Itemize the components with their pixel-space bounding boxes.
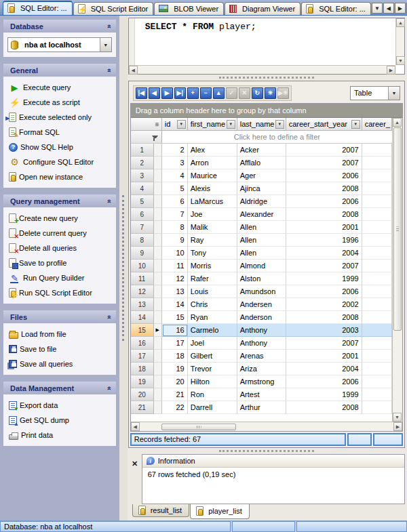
result-info-splitter[interactable] xyxy=(128,448,405,454)
cell-career-start-year[interactable]: 2003 xyxy=(286,324,362,337)
cell-career[interactable] xyxy=(362,182,392,195)
cell-last-name[interactable]: Arenas xyxy=(237,350,286,363)
edit-record-button[interactable]: ▲ xyxy=(213,87,225,99)
filter-hint[interactable]: Click here to define a filter xyxy=(162,131,392,143)
sidebar-item-print-data[interactable]: Print data xyxy=(6,428,115,443)
cell-first-name[interactable]: Louis xyxy=(188,285,237,298)
tab-sql-editor-1[interactable]: SQL Editor: ... xyxy=(3,1,73,15)
cell-first-name[interactable]: Trevor xyxy=(188,363,237,375)
editor-result-splitter[interactable] xyxy=(128,75,405,81)
cell-id[interactable]: 13 xyxy=(162,285,188,298)
cell-career-start-year[interactable]: 2006 xyxy=(286,375,362,388)
cell-first-name[interactable]: Chris xyxy=(188,298,237,311)
cell-first-name[interactable]: Darrell xyxy=(188,401,237,414)
table-row[interactable]: 1819TrevorAriza2004 xyxy=(131,363,392,375)
cell-career[interactable] xyxy=(362,285,392,298)
row-header[interactable]: 3 xyxy=(131,169,154,182)
cell-last-name[interactable]: Alexander xyxy=(237,208,286,221)
cell-last-name[interactable]: Amundson xyxy=(237,285,286,298)
table-row[interactable]: 2021RonArtest1999 xyxy=(131,388,392,401)
collapse-chevron-icon[interactable]: » xyxy=(104,68,113,72)
table-row[interactable]: 1718GilbertArenas2001 xyxy=(131,350,392,363)
cell-career[interactable] xyxy=(362,208,392,221)
cell-last-name[interactable]: Almond xyxy=(237,260,286,272)
cell-first-name[interactable]: Ray xyxy=(188,234,237,247)
table-row[interactable]: 1213LouisAmundson2006 xyxy=(131,285,392,298)
cell-career-start-year[interactable]: 2004 xyxy=(286,363,362,375)
table-row[interactable]: 89RayAllen1996 xyxy=(131,234,392,247)
cell-last-name[interactable]: Ager xyxy=(237,169,286,182)
cell-career-start-year[interactable]: 2007 xyxy=(286,157,362,169)
row-header[interactable]: 21 xyxy=(131,401,154,414)
cell-career[interactable] xyxy=(362,298,392,311)
column-header-career[interactable]: career_ xyxy=(362,118,392,131)
cell-id[interactable]: 2 xyxy=(162,144,188,157)
cell-id[interactable]: 21 xyxy=(162,388,188,401)
cell-first-name[interactable]: Rafer xyxy=(188,272,237,285)
cell-career-start-year[interactable]: 2004 xyxy=(286,247,362,260)
editor-vertical-scrollbar[interactable]: ▲ ▼ xyxy=(395,18,404,65)
cell-career[interactable] xyxy=(362,272,392,285)
row-header[interactable]: 5 xyxy=(131,195,154,208)
sidebar-item-get-sql-dump[interactable]: Get SQL dump xyxy=(6,413,115,428)
tab-blob-viewer[interactable]: BLOB Viewer xyxy=(154,2,224,15)
cell-id[interactable]: 4 xyxy=(162,169,188,182)
row-header[interactable]: 18 xyxy=(131,363,154,375)
cell-id[interactable]: 19 xyxy=(162,363,188,375)
table-row[interactable]: 1314ChrisAndersen2002 xyxy=(131,298,392,311)
cell-career[interactable] xyxy=(362,195,392,208)
cell-id[interactable]: 8 xyxy=(162,221,188,234)
cell-career-start-year[interactable]: 1999 xyxy=(286,272,362,285)
cell-id[interactable]: 18 xyxy=(162,350,188,363)
cell-career-start-year[interactable]: 2007 xyxy=(286,337,362,350)
cell-id[interactable]: 17 xyxy=(162,337,188,350)
cell-last-name[interactable]: Allen xyxy=(237,234,286,247)
row-header[interactable]: 4 xyxy=(131,182,154,195)
cell-last-name[interactable]: Afflalo xyxy=(237,157,286,169)
cell-last-name[interactable]: Alston xyxy=(237,272,286,285)
cell-id[interactable]: 9 xyxy=(162,234,188,247)
sidebar-item-export-data[interactable]: Export data xyxy=(6,398,115,413)
sidebar-item-save-all-queries[interactable]: Save all queries xyxy=(6,356,115,371)
cell-id[interactable]: 12 xyxy=(162,272,188,285)
table-row[interactable]: 23ArronAfflalo2007 xyxy=(131,157,392,169)
column-dropdown-button[interactable]: ▼ xyxy=(177,120,186,129)
cell-first-name[interactable]: Malik xyxy=(188,221,237,234)
table-row[interactable]: 45AlexisAjinca2008 xyxy=(131,182,392,195)
cell-career[interactable] xyxy=(362,234,392,247)
cell-first-name[interactable]: Joel xyxy=(188,337,237,350)
insert-record-button[interactable]: + xyxy=(187,87,199,99)
cell-last-name[interactable]: Anthony xyxy=(237,337,286,350)
cell-career[interactable] xyxy=(362,350,392,363)
grid-vertical-scrollbar[interactable]: ▲ ▼ xyxy=(392,118,402,422)
cell-last-name[interactable]: Arthur xyxy=(237,401,286,414)
tab-result-list[interactable]: result_list xyxy=(132,504,189,517)
sidebar-item-format-sql[interactable]: Format SQL xyxy=(6,125,115,140)
cell-career[interactable] xyxy=(362,375,392,388)
cell-career[interactable] xyxy=(362,388,392,401)
general-section-header[interactable]: General » xyxy=(3,64,116,77)
view-mode-dropdown-button[interactable]: ▼ xyxy=(388,87,400,100)
scroll-up-icon[interactable]: ▲ xyxy=(393,118,402,127)
table-row[interactable]: 910TonyAllen2004 xyxy=(131,247,392,260)
row-header[interactable]: 16 xyxy=(131,337,154,350)
sql-editor-panel[interactable]: SELECT * FROM player; ▲ ▼ ◀ ▶ xyxy=(128,18,405,75)
scroll-left-icon[interactable]: ◀ xyxy=(129,66,138,75)
first-record-button[interactable]: |◀ xyxy=(136,87,147,99)
cell-first-name[interactable]: Tony xyxy=(188,247,237,260)
cell-id[interactable]: 11 xyxy=(162,260,188,272)
cell-career-start-year[interactable]: 2008 xyxy=(286,182,362,195)
cell-id[interactable]: 5 xyxy=(162,182,188,195)
row-header[interactable]: 8 xyxy=(131,234,154,247)
sidebar-item-run-query-builder[interactable]: Run Query Builder xyxy=(6,270,115,285)
database-selector-dropdown-button[interactable]: ▼ xyxy=(100,38,111,52)
table-row[interactable]: 1920HiltonArmstrong2006 xyxy=(131,375,392,388)
cell-last-name[interactable]: Aldridge xyxy=(237,195,286,208)
scroll-left-icon[interactable]: ◀ xyxy=(131,422,140,431)
table-row[interactable]: 1112RaferAlston1999 xyxy=(131,272,392,285)
sidebar-item-show-sql-help[interactable]: Show SQL Help xyxy=(6,140,115,155)
cell-last-name[interactable]: Artest xyxy=(237,388,286,401)
sidebar-item-execute-selected-only[interactable]: Execute selected only xyxy=(6,110,115,125)
tab-scroll-right-button[interactable]: ▶ xyxy=(395,3,406,14)
filter-corner-cell[interactable] xyxy=(131,131,162,143)
